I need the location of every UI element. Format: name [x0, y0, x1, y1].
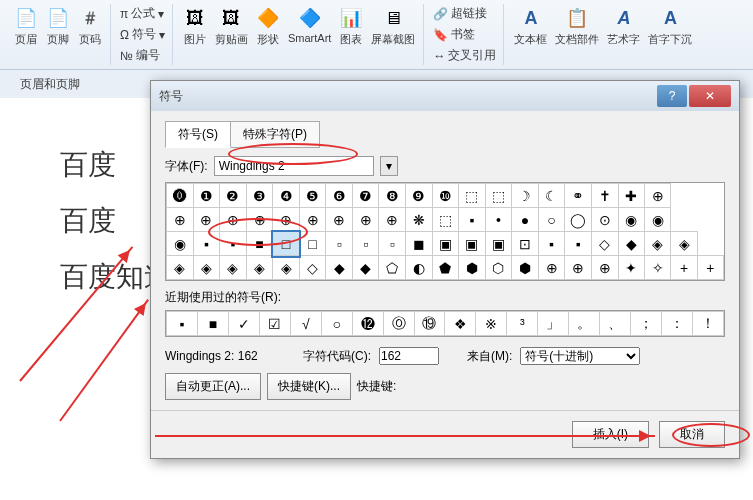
symbol-cell[interactable]: ◐: [406, 256, 433, 280]
symbol-cell[interactable]: ▣: [459, 232, 486, 256]
screenshot-button[interactable]: 🖥屏幕截图: [369, 4, 417, 49]
symbol-cell[interactable]: ●: [512, 208, 539, 232]
header-button[interactable]: 📄页眉: [12, 4, 40, 49]
symbol-cell[interactable]: ◇: [299, 256, 326, 280]
tab-special-chars[interactable]: 特殊字符(P): [230, 121, 320, 148]
textbox-button[interactable]: A文本框: [512, 4, 549, 49]
symbol-cell[interactable]: ■: [246, 232, 273, 256]
symbol-cell[interactable]: ❋: [406, 208, 433, 232]
symbol-cell[interactable]: ✝: [592, 184, 618, 208]
recent-symbol-cell[interactable]: ❖: [445, 312, 476, 336]
recent-symbol-cell[interactable]: 。: [569, 312, 600, 336]
recent-symbol-cell[interactable]: ☑: [259, 312, 290, 336]
symbol-cell[interactable]: ◆: [352, 256, 379, 280]
recent-symbol-cell[interactable]: ※: [476, 312, 507, 336]
symbol-cell[interactable]: ⬟: [432, 256, 459, 280]
symbol-cell[interactable]: ❶: [193, 184, 220, 208]
shortcut-button[interactable]: 快捷键(K)...: [267, 373, 351, 400]
symbol-cell[interactable]: ⊙: [592, 208, 618, 232]
smartart-button[interactable]: 🔷SmartArt: [286, 4, 333, 46]
symbol-cell[interactable]: ▪: [193, 232, 220, 256]
recent-symbol-cell[interactable]: 」: [538, 312, 569, 336]
symbol-cell[interactable]: ⊕: [379, 208, 406, 232]
insert-button[interactable]: 插入(I): [572, 421, 649, 448]
recent-symbol-cell[interactable]: ³: [507, 312, 538, 336]
symbol-cell[interactable]: ⬚: [432, 208, 459, 232]
symbol-cell[interactable]: ✦: [618, 256, 644, 280]
symbol-cell[interactable]: •: [485, 208, 512, 232]
recent-symbol-cell[interactable]: ○: [321, 312, 352, 336]
number-button[interactable]: №编号: [119, 46, 161, 65]
symbol-cell[interactable]: ☾: [538, 184, 565, 208]
symbol-cell[interactable]: ◈: [167, 256, 194, 280]
symbol-cell[interactable]: ◉: [645, 208, 671, 232]
font-dropdown[interactable]: ▾: [380, 156, 398, 176]
symbol-cell[interactable]: ⊕: [565, 256, 592, 280]
symbol-cell[interactable]: ▫: [326, 232, 353, 256]
symbol-cell[interactable]: ▫: [352, 232, 379, 256]
symbol-cell[interactable]: ◈: [193, 256, 220, 280]
from-select[interactable]: 符号(十进制): [520, 347, 640, 365]
symbol-cell[interactable]: ❼: [352, 184, 379, 208]
symbol-cell[interactable]: ❸: [246, 184, 273, 208]
symbol-cell[interactable]: ⊕: [538, 256, 565, 280]
symbol-cell[interactable]: ▫: [379, 232, 406, 256]
symbol-cell[interactable]: ⊕: [326, 208, 353, 232]
symbol-cell[interactable]: ◼: [406, 232, 433, 256]
symbol-cell[interactable]: ⊕: [193, 208, 220, 232]
clipart-button[interactable]: 🖼剪贴画: [213, 4, 250, 49]
pagenum-button[interactable]: #️页码: [76, 4, 104, 49]
crossref-button[interactable]: ↔交叉引用: [432, 46, 497, 65]
symbol-cell[interactable]: ⊕: [220, 208, 247, 232]
symbol-cell[interactable]: ◆: [618, 232, 644, 256]
recent-symbol-cell[interactable]: ⑲: [414, 312, 445, 336]
close-button[interactable]: ✕: [689, 85, 731, 107]
chart-button[interactable]: 📊图表: [337, 4, 365, 49]
equation-button[interactable]: π公式▾: [119, 4, 165, 23]
symbol-cell[interactable]: ⊕: [352, 208, 379, 232]
symbol-button[interactable]: Ω符号▾: [119, 25, 166, 44]
wordart-button[interactable]: A艺术字: [605, 4, 642, 49]
symbol-cell[interactable]: ⊕: [246, 208, 273, 232]
symbol-cell[interactable]: +: [671, 256, 697, 280]
symbol-cell[interactable]: ⬢: [459, 256, 486, 280]
symbol-cell[interactable]: ⊕: [645, 184, 671, 208]
shapes-button[interactable]: 🔶形状: [254, 4, 282, 49]
symbol-cell[interactable]: ❿: [432, 184, 459, 208]
symbol-cell[interactable]: ☽: [512, 184, 539, 208]
symbol-cell[interactable]: ❾: [406, 184, 433, 208]
symbol-cell[interactable]: ◯: [565, 208, 592, 232]
symbol-cell[interactable]: ❹: [273, 184, 300, 208]
symbol-cell[interactable]: ⬢: [512, 256, 539, 280]
recent-symbol-cell[interactable]: 、: [600, 312, 631, 336]
symbol-cell[interactable]: +: [697, 256, 723, 280]
help-button[interactable]: ?: [657, 85, 687, 107]
symbol-cell[interactable]: ▪: [459, 208, 486, 232]
symbol-cell[interactable]: ⚭: [565, 184, 592, 208]
symbol-cell[interactable]: ⊕: [273, 208, 300, 232]
symbol-cell[interactable]: ◈: [671, 232, 697, 256]
symbol-cell[interactable]: ◉: [167, 232, 194, 256]
picture-button[interactable]: 🖼图片: [181, 4, 209, 49]
recent-symbol-cell[interactable]: ▪: [167, 312, 198, 336]
symbol-cell[interactable]: ⊡: [512, 232, 539, 256]
symbol-cell[interactable]: ◇: [592, 232, 618, 256]
symbol-cell[interactable]: ▪: [565, 232, 592, 256]
hyperlink-button[interactable]: 🔗超链接: [432, 4, 488, 23]
recent-symbol-cell[interactable]: ■: [197, 312, 228, 336]
symbol-cell[interactable]: ❷: [220, 184, 247, 208]
symbol-cell[interactable]: ◈: [645, 232, 671, 256]
symbol-cell[interactable]: ○: [538, 208, 565, 232]
symbol-cell[interactable]: ⬡: [485, 256, 512, 280]
symbol-cell[interactable]: □: [273, 232, 300, 256]
autocorrect-button[interactable]: 自动更正(A)...: [165, 373, 261, 400]
symbol-cell[interactable]: □: [299, 232, 326, 256]
recent-symbol-cell[interactable]: Ⓞ: [383, 312, 414, 336]
font-input[interactable]: [214, 156, 374, 176]
symbol-cell[interactable]: ❽: [379, 184, 406, 208]
symbol-cell[interactable]: ◆: [326, 256, 353, 280]
cancel-button[interactable]: 取消: [659, 421, 725, 448]
symbol-cell[interactable]: ⓿: [167, 184, 194, 208]
tab-symbols[interactable]: 符号(S): [165, 121, 231, 148]
charcode-input[interactable]: [379, 347, 439, 365]
